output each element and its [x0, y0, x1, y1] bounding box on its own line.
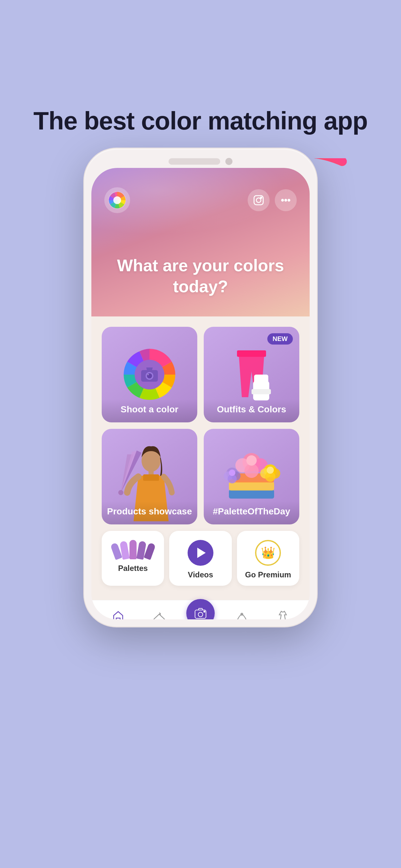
- svg-point-28: [246, 455, 257, 466]
- nav-home[interactable]: [104, 606, 132, 619]
- palette-illustration: [216, 444, 287, 509]
- play-button-icon: [188, 540, 213, 566]
- svg-rect-15: [251, 389, 271, 394]
- dress-icon: [274, 608, 291, 619]
- phone-screen: What are your colors today?: [91, 168, 310, 619]
- app-logo: [104, 187, 130, 213]
- shoot-color-card[interactable]: Shoot a color: [102, 327, 197, 423]
- svg-point-41: [204, 611, 205, 612]
- new-badge: NEW: [267, 333, 293, 345]
- svg-rect-13: [237, 350, 266, 357]
- svg-point-40: [198, 612, 203, 617]
- svg-point-1: [113, 196, 121, 204]
- instagram-button[interactable]: [248, 189, 270, 211]
- explore-icon: [234, 608, 250, 619]
- svg-point-12: [148, 374, 149, 375]
- svg-point-33: [229, 469, 235, 476]
- home-icon: [110, 608, 127, 619]
- nav-explore[interactable]: [228, 606, 255, 619]
- videos-label: Videos: [188, 570, 213, 579]
- palette-fan-icon: [113, 540, 153, 559]
- palette-of-day-label: #PaletteOfTheDay: [204, 501, 299, 524]
- svg-point-5: [281, 199, 283, 201]
- crown-icon: 👑: [255, 540, 281, 566]
- palette-of-day-card[interactable]: #PaletteOfTheDay: [204, 429, 299, 524]
- app-header: What are your colors today?: [91, 168, 310, 316]
- palettes-label: Palettes: [118, 564, 148, 573]
- svg-point-17: [118, 490, 123, 495]
- premium-label: Go Premium: [245, 570, 291, 579]
- premium-card[interactable]: 👑 Go Premium: [237, 531, 299, 586]
- quick-access-row: Palettes Videos 👑: [102, 531, 299, 586]
- nav-wardrobe[interactable]: [269, 606, 297, 619]
- videos-card[interactable]: Videos: [169, 531, 232, 586]
- notch-camera: [225, 158, 233, 165]
- color-wheel-camera-icon: [120, 345, 179, 404]
- hanger-icon: [151, 608, 167, 619]
- header-actions: [248, 189, 297, 211]
- app-tagline: What are your colors today?: [91, 255, 310, 297]
- notch-pill: [168, 158, 220, 165]
- svg-point-11: [147, 373, 152, 378]
- phone-notch: [84, 149, 317, 175]
- outfits-colors-label: Outfits & Colors: [204, 399, 299, 423]
- shoot-color-label: Shoot a color: [102, 399, 197, 423]
- page: The best color matching app: [0, 0, 401, 868]
- outfits-colors-card[interactable]: NEW: [204, 327, 299, 423]
- nav-camera-button[interactable]: [186, 599, 215, 619]
- app-content: Shoot a color NEW: [91, 316, 310, 600]
- svg-point-6: [285, 199, 287, 201]
- palettes-card[interactable]: Palettes: [102, 531, 164, 586]
- feature-grid: Shoot a color NEW: [102, 327, 299, 524]
- logo-icon: [107, 190, 127, 210]
- more-options-button[interactable]: [275, 189, 297, 211]
- products-showcase-label: Products showcase: [102, 501, 197, 524]
- products-showcase-card[interactable]: Products showcase: [102, 429, 197, 524]
- phone-mockup: What are your colors today?: [84, 149, 317, 626]
- nav-closet[interactable]: [146, 606, 173, 619]
- svg-point-7: [288, 199, 290, 201]
- svg-point-38: [267, 467, 274, 474]
- svg-point-4: [260, 197, 262, 198]
- page-headline: The best color matching app: [34, 106, 368, 135]
- play-triangle: [197, 548, 206, 558]
- bottom-nav: [91, 600, 310, 619]
- svg-rect-21: [229, 490, 274, 499]
- svg-rect-22: [229, 482, 274, 491]
- svg-rect-16: [254, 375, 268, 383]
- svg-point-27: [244, 464, 258, 478]
- svg-rect-20: [143, 474, 159, 481]
- phone-shell: What are your colors today?: [84, 149, 317, 626]
- svg-point-3: [256, 198, 261, 203]
- header-top-bar: [104, 187, 297, 213]
